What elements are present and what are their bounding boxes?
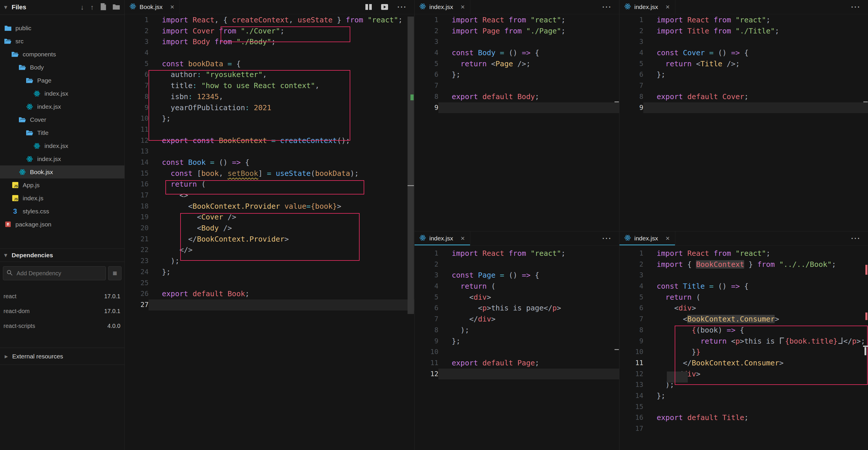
code-line[interactable]: 8 {(book) => { — [619, 325, 868, 336]
tree-item-package-json[interactable]: package.json — [0, 218, 124, 231]
code-line[interactable]: 13 — [125, 146, 414, 157]
code-line[interactable]: 26export default Book; — [125, 289, 414, 299]
close-icon[interactable] — [461, 3, 465, 11]
code-line[interactable]: 8 ); — [414, 325, 619, 336]
code-line[interactable]: 19 <Cover /> — [125, 212, 414, 223]
code-line[interactable]: 8export default Body; — [414, 91, 619, 102]
tree-item-index-jsx[interactable]: index.jsx — [0, 100, 124, 113]
code-line[interactable]: 14}; — [619, 390, 868, 401]
code-line[interactable]: 7 <BookContext.Consumer> — [619, 314, 868, 325]
tab-book-jsx[interactable]: Book.jsx — [125, 0, 180, 14]
code-line[interactable]: 9 return <p>this is {book.title}</p>; — [619, 336, 868, 347]
code-line[interactable]: 1import React from "react"; — [619, 14, 868, 26]
code-line[interactable]: 3import Body from "./Body"; — [125, 36, 414, 48]
code-line[interactable]: 6 author: "ryosuketter", — [125, 69, 414, 80]
code-line[interactable]: 10 — [414, 347, 619, 358]
tab-index-jsx-title[interactable]: index.jsx — [619, 231, 675, 245]
code-line[interactable]: 12export const BookContext = createConte… — [125, 135, 414, 146]
close-icon[interactable] — [666, 234, 670, 242]
code-line[interactable]: 12 </div> — [619, 369, 868, 380]
code-line[interactable]: 9}; — [414, 336, 619, 347]
close-icon[interactable] — [461, 234, 465, 242]
tree-item-index-jsx[interactable]: index.jsx — [0, 139, 124, 152]
code-line[interactable]: 3 — [619, 270, 868, 281]
code-line[interactable]: 25 — [125, 278, 414, 289]
dependency-menu-button[interactable] — [108, 266, 122, 280]
code-line[interactable]: 3 — [414, 36, 619, 48]
code-line[interactable]: 7 — [414, 80, 619, 91]
code-line[interactable]: 6}; — [414, 69, 619, 80]
code-line[interactable]: 2import Page from "./Page"; — [414, 26, 619, 37]
code-line[interactable]: 21 </BookContext.Provider> — [125, 234, 414, 245]
new-folder-icon[interactable] — [113, 4, 120, 11]
tree-item-public[interactable]: public — [0, 22, 124, 35]
code-line[interactable]: 5 return ( — [619, 292, 868, 303]
tree-item-body[interactable]: Body — [0, 61, 124, 74]
code-line[interactable]: 12 — [414, 369, 619, 380]
tab-index-jsx-page[interactable]: index.jsx — [414, 231, 470, 245]
code-line[interactable]: 14const Book = () => { — [125, 157, 414, 168]
code-line[interactable]: 11export default Page; — [414, 358, 619, 369]
code-line[interactable]: 4const Cover = () => { — [619, 48, 868, 58]
code-area[interactable]: 1import React from "react";2import Page … — [414, 14, 619, 113]
tree-item-app-js[interactable]: App.js — [0, 179, 124, 191]
code-line[interactable]: 1import React from "react"; — [414, 248, 619, 259]
external-resources-header[interactable]: External resources — [0, 348, 124, 364]
more-actions-icon[interactable] — [397, 3, 407, 11]
open-preview-icon[interactable] — [381, 4, 388, 10]
dependencies-header[interactable]: Dependencies — [0, 249, 124, 262]
code-line[interactable]: 1import React from "react"; — [414, 14, 619, 26]
code-line[interactable]: 8export default Cover; — [619, 91, 868, 102]
code-line[interactable]: 24}; — [125, 267, 414, 278]
dependency-react[interactable]: react17.0.1 — [3, 289, 120, 304]
code-line[interactable]: 5const bookData = { — [125, 58, 414, 69]
code-line[interactable]: 16 return ( — [125, 179, 414, 190]
code-line[interactable]: 7 </div> — [414, 314, 619, 325]
tree-item-index-jsx[interactable]: index.jsx — [0, 87, 124, 100]
code-area[interactable]: 1import React from "react";2import Title… — [619, 14, 868, 113]
more-actions-icon[interactable] — [851, 3, 861, 11]
split-editor-icon[interactable] — [365, 4, 372, 10]
code-line[interactable]: 13 ); — [619, 379, 868, 390]
code-line[interactable]: 17 — [619, 423, 868, 434]
more-actions-icon[interactable] — [602, 234, 612, 242]
code-line[interactable]: 6}; — [619, 69, 868, 80]
code-line[interactable]: 27 — [125, 299, 414, 310]
code-line[interactable]: 15 const [book, setBook] = useState(book… — [125, 168, 414, 179]
tree-item-index-js[interactable]: index.js — [0, 191, 124, 205]
code-line[interactable]: 5 return <Title />; — [619, 58, 868, 69]
add-dependency-search[interactable] — [3, 266, 106, 280]
tree-item-styles-css[interactable]: styles.css — [0, 205, 124, 218]
tree-item-page[interactable]: Page — [0, 74, 124, 87]
code-line[interactable]: 8 isbn: 12345, — [125, 91, 414, 102]
code-line[interactable]: 2 — [414, 259, 619, 270]
download-icon[interactable] — [81, 4, 84, 11]
tree-item-src[interactable]: src — [0, 35, 124, 48]
tree-item-cover[interactable]: Cover — [0, 113, 124, 126]
tree-item-book-jsx[interactable]: Book.jsx — [0, 166, 124, 179]
code-line[interactable]: 2import Title from "./Title"; — [619, 26, 868, 37]
code-line[interactable]: 10 }} — [619, 347, 868, 358]
upload-icon[interactable] — [90, 4, 94, 11]
code-line[interactable]: 20 <Body /> — [125, 223, 414, 234]
dependency-react-scripts[interactable]: react-scripts4.0.0 — [3, 319, 120, 333]
code-line[interactable]: 4 — [125, 48, 414, 58]
code-line[interactable]: 16export default Title; — [619, 412, 868, 423]
code-line[interactable]: 1import React from "react"; — [619, 248, 868, 259]
code-line[interactable]: 7 title: "how to use React context", — [125, 80, 414, 91]
code-area[interactable]: 1import React from "react";2import { Boo… — [619, 246, 868, 434]
code-line[interactable]: 5 return <Page />; — [414, 58, 619, 69]
code-line[interactable]: 23 ); — [125, 256, 414, 267]
files-header[interactable]: Files — [0, 0, 124, 15]
code-line[interactable]: 5 <div> — [414, 292, 619, 303]
tree-item-title[interactable]: Title — [0, 126, 124, 139]
code-line[interactable]: 17 <> — [125, 190, 414, 201]
new-file-icon[interactable] — [100, 3, 106, 11]
code-line[interactable]: 6 <p>this is page</p> — [414, 303, 619, 314]
code-line[interactable]: 3 — [619, 36, 868, 48]
more-actions-icon[interactable] — [602, 3, 612, 11]
code-line[interactable]: 10}; — [125, 113, 414, 124]
more-actions-icon[interactable] — [851, 234, 861, 242]
code-line[interactable]: 4const Body = () => { — [414, 48, 619, 58]
code-line[interactable]: 4const Title = () => { — [619, 281, 868, 292]
